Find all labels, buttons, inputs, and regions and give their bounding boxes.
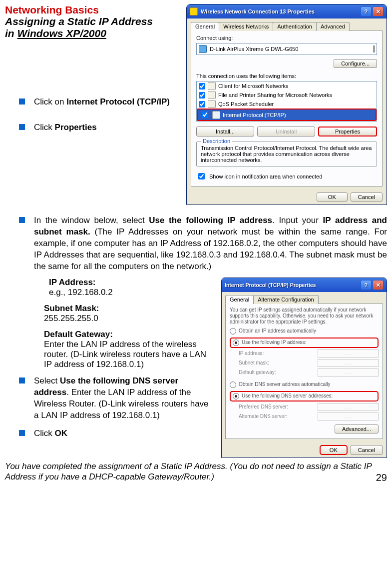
subnet-mask-value: 255.255.255.0	[44, 314, 214, 324]
tcpip-icon	[212, 111, 220, 119]
footer-note: You have completed the assignment of a S…	[5, 461, 387, 482]
list-item[interactable]: QoS Packet Scheduler	[197, 100, 377, 108]
bullet-properties: Click Properties	[34, 122, 179, 134]
dialog2-title: Internet Protocol (TCP/IP) Properties	[225, 282, 316, 288]
tab-advanced[interactable]: Advanced	[316, 22, 350, 31]
page-number: 29	[376, 472, 387, 484]
radio-icon	[233, 393, 239, 400]
radio-label: Obtain DNS server address automatically	[239, 382, 330, 388]
properties-button[interactable]: Properties	[318, 126, 377, 136]
field-preferred-dns[interactable]: Preferred DNS server:. . .	[239, 403, 379, 411]
item-checkbox[interactable]	[199, 83, 205, 90]
uses-items-label: This connection uses the following items…	[196, 73, 377, 79]
items-list[interactable]: Client for Microsoft Networks File and P…	[196, 81, 377, 122]
install-button[interactable]: Install...	[196, 126, 254, 136]
ok-button[interactable]: OK	[317, 192, 348, 202]
bullet-click-ok: Click OK	[34, 428, 214, 440]
bullet-dns: Select Use the following DNS server addr…	[34, 376, 214, 422]
client-icon	[208, 82, 216, 90]
advanced-button[interactable]: Advanced...	[335, 424, 379, 434]
show-icon-label: Show icon in notification area when conn…	[209, 174, 322, 180]
item-label: File and Printer Sharing for Microsoft N…	[218, 92, 332, 98]
sharing-icon	[208, 91, 216, 99]
radio-icon	[230, 382, 236, 388]
bullet-internet-protocol: Click on Internet Protocol (TCP/IP)	[34, 96, 179, 108]
ip-address-value: e.g., 192.168.0.2	[49, 288, 214, 298]
radio-icon	[230, 328, 236, 334]
dialog1-titlebar: Wireless Network Connection 13 Propertie…	[187, 4, 387, 18]
adapter-icon	[199, 45, 207, 53]
description-box: Description Transmission Control Protoco…	[196, 142, 377, 166]
description-text: Transmission Control Protocol/Internet P…	[201, 145, 373, 163]
list-item[interactable]: Client for Microsoft Networks	[197, 82, 377, 90]
tab-general[interactable]: General	[225, 295, 254, 304]
field-ip-address[interactable]: IP address:. . .	[239, 350, 379, 358]
tab-authentication[interactable]: Authentication	[273, 22, 317, 31]
help-button[interactable]: ?	[361, 280, 372, 290]
text-cursor-icon	[373, 46, 375, 52]
radio-icon	[233, 340, 239, 346]
item-checkbox[interactable]	[199, 92, 205, 98]
dialog-tcpip-properties: Internet Protocol (TCP/IP) Properties ? …	[221, 278, 387, 458]
heading-subtitle: Assigning a Static IP Address in Windows…	[5, 16, 179, 40]
radio-use-following-ip[interactable]: Use the following IP address:	[230, 338, 379, 348]
subnet-mask-label: Subnet Mask:	[44, 304, 214, 314]
dialog1-title: Wireless Network Connection 13 Propertie…	[201, 8, 315, 14]
tab-general[interactable]: General	[191, 22, 219, 31]
radio-obtain-dns-auto[interactable]: Obtain DNS server address automatically	[230, 382, 379, 388]
item-label: Internet Protocol (TCP/IP)	[223, 112, 286, 118]
cancel-button[interactable]: Cancel	[351, 445, 383, 455]
default-gateway-value: Enter the LAN IP address of the wireless…	[44, 340, 214, 370]
list-item-tcpip-highlighted[interactable]: Internet Protocol (TCP/IP)	[197, 108, 377, 121]
radio-use-following-dns[interactable]: Use the following DNS server addresses:	[230, 391, 379, 402]
configure-button[interactable]: Configure...	[334, 59, 377, 68]
radio-label: Use the following DNS server addresses:	[242, 393, 333, 399]
item-label: Client for Microsoft Networks	[218, 83, 289, 89]
item-checkbox[interactable]	[202, 112, 208, 118]
close-button[interactable]: ✕	[373, 6, 384, 16]
adapter-name: D-Link AirPlus Xtreme G DWL-G650	[210, 46, 298, 52]
qos-icon	[208, 100, 216, 108]
help-button[interactable]: ?	[361, 6, 372, 16]
description-legend: Description	[201, 138, 232, 144]
dialog1-tabs: General Wireless Networks Authentication…	[191, 22, 383, 31]
default-gateway-label: Default Gateway:	[44, 330, 214, 340]
dialog-connection-properties: Wireless Network Connection 13 Propertie…	[186, 4, 387, 205]
radio-label: Obtain an IP address automatically	[239, 328, 316, 334]
show-icon-checkbox[interactable]	[198, 173, 205, 180]
item-checkbox[interactable]	[199, 101, 205, 108]
ok-button[interactable]: OK	[320, 445, 348, 455]
ip-settings-blurb: You can get IP settings assigned automat…	[230, 307, 379, 325]
app-icon	[190, 8, 198, 16]
adapter-field[interactable]: D-Link AirPlus Xtreme G DWL-G650	[196, 43, 377, 55]
tab-alternate-config[interactable]: Alternate Configuration	[253, 295, 319, 304]
uninstall-button: Uninstall	[257, 126, 315, 136]
default-gateway-group: Default Gateway: Enter the LAN IP addres…	[44, 330, 214, 370]
field-subnet-mask[interactable]: Subnet mask:. . .	[239, 359, 379, 367]
close-button[interactable]: ✕	[373, 280, 384, 290]
subnet-mask-group: Subnet Mask: 255.255.255.0	[44, 304, 214, 324]
ip-address-label: IP Address:	[49, 278, 214, 288]
cancel-button[interactable]: Cancel	[351, 192, 383, 202]
radio-label: Use the following IP address:	[242, 340, 306, 346]
item-label: QoS Packet Scheduler	[218, 101, 274, 107]
list-item[interactable]: File and Printer Sharing for Microsoft N…	[197, 90, 377, 100]
bullet-ip-explanation: In the window below, select Use the foll…	[34, 215, 387, 272]
field-default-gateway[interactable]: Default gateway:. . .	[239, 368, 379, 376]
connect-using-label: Connect using:	[196, 35, 377, 41]
radio-obtain-ip-auto[interactable]: Obtain an IP address automatically	[230, 328, 379, 334]
ip-address-group: IP Address: e.g., 192.168.0.2	[49, 278, 214, 298]
heading-title: Networking Basics	[5, 4, 179, 16]
tab-wireless-networks[interactable]: Wireless Networks	[219, 22, 273, 31]
dialog2-titlebar: Internet Protocol (TCP/IP) Properties ? …	[222, 278, 387, 292]
field-alternate-dns[interactable]: Alternate DNS server:. . .	[239, 412, 379, 420]
